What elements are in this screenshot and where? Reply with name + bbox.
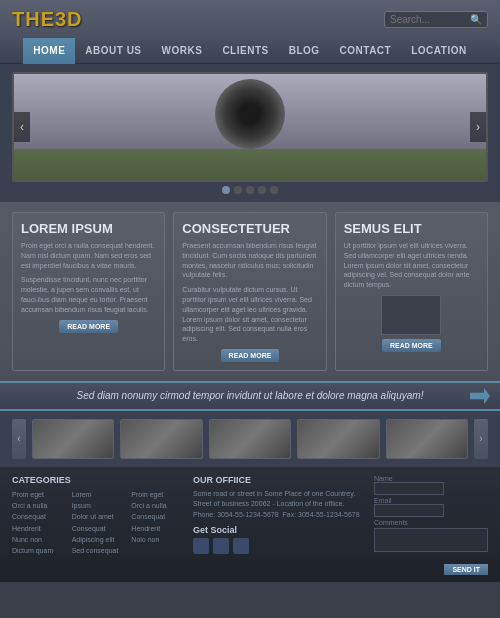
- thumb-1[interactable]: [32, 419, 114, 459]
- cat-link-3-3[interactable]: Consequat: [131, 511, 183, 522]
- card-2: CONSECTETUER Praesent accumsan bibendum …: [173, 212, 326, 371]
- cat-link-1-5[interactable]: Nunc non: [12, 534, 64, 545]
- card-1-text2: Suspendisse tincidunt, nunc nec porttito…: [21, 275, 156, 314]
- categories-col3: Proin eget Orci a nulla Consequat Hendre…: [131, 489, 183, 556]
- thumbs-next-arrow[interactable]: ›: [474, 419, 488, 459]
- categories-title: Categories: [12, 475, 183, 485]
- header: THE3D 🔍: [0, 0, 500, 38]
- nav-item-blog[interactable]: BLOG: [279, 38, 330, 64]
- dot-4[interactable]: [258, 186, 266, 194]
- cat-link-1-2[interactable]: Orci a nulla: [12, 500, 64, 511]
- dot-3[interactable]: [246, 186, 254, 194]
- social-icon-1[interactable]: [193, 538, 209, 554]
- search-input[interactable]: [390, 14, 470, 25]
- search-icon-button[interactable]: 🔍: [470, 14, 482, 25]
- categories-col2: Lorem Ipsum Dolor ut amet Consequat Adip…: [72, 489, 124, 556]
- nav-item-clients[interactable]: CLIENTS: [212, 38, 278, 64]
- footer-categories: Categories Proin eget Orci a nulla Conse…: [12, 475, 183, 576]
- card-3-title: SEMUS ELIT: [344, 221, 479, 236]
- card-2-readmore-button[interactable]: READ MORE: [221, 349, 280, 362]
- slider-section: ‹ ›: [0, 64, 500, 202]
- office-text: Some road or street in Some Place of one…: [193, 489, 364, 521]
- cat-link-3-2[interactable]: Orci a nulla: [131, 500, 183, 511]
- thumb-5[interactable]: [386, 419, 468, 459]
- card-1-text1: Proin eget orci a nulla consequat hendre…: [21, 241, 156, 270]
- slider-image: [14, 74, 486, 182]
- cat-link-1-1[interactable]: Proin eget: [12, 489, 64, 500]
- logo: THE3D: [12, 8, 83, 31]
- footer-office: Our Offiice Some road or street in Some …: [193, 475, 364, 576]
- name-label: Name: [374, 475, 419, 482]
- footer: Categories Proin eget Orci a nulla Conse…: [0, 467, 500, 582]
- categories-col1: Proin eget Orci a nulla Consequat Hendre…: [12, 489, 64, 556]
- card-1-readmore-button[interactable]: READ MORE: [59, 320, 118, 333]
- contact-comments-row: Comments: [374, 519, 488, 526]
- card-1: LOREM IPSUM Proin eget orci a nulla cons…: [12, 212, 165, 371]
- card-1-title: LOREM IPSUM: [21, 221, 156, 236]
- email-label: Email: [374, 497, 419, 504]
- cat-link-3-5[interactable]: Nolo non: [131, 534, 183, 545]
- nav-item-location[interactable]: LOCATION: [401, 38, 476, 64]
- cat-link-2-6[interactable]: Sed consequat: [72, 545, 124, 556]
- comments-textarea[interactable]: [374, 528, 488, 552]
- slider-wrapper: ‹ ›: [12, 72, 488, 182]
- thumbnails-section: ‹ ›: [0, 411, 500, 467]
- nav: HOME ABOUT US WORKS CLIENTS BLOG CONTACT…: [0, 38, 500, 64]
- social-title: Get Social: [193, 525, 364, 535]
- comments-label: Comments: [374, 519, 419, 526]
- card-2-text1: Praesent accumsan bibendum risus feugiat…: [182, 241, 317, 280]
- social-icon-3[interactable]: [233, 538, 249, 554]
- slider-dots: [12, 186, 488, 194]
- dot-5[interactable]: [270, 186, 278, 194]
- thumb-2[interactable]: [120, 419, 202, 459]
- search-box[interactable]: 🔍: [384, 11, 488, 28]
- nav-item-contact[interactable]: CONTACT: [330, 38, 402, 64]
- cat-link-2-5[interactable]: Adipiscing elit: [72, 534, 124, 545]
- quote-text: Sed diam nonumy cirmod tempor invidunt u…: [12, 389, 488, 403]
- footer-contact: Name Email Comments SEND IT: [374, 475, 488, 576]
- card-2-title: CONSECTETUER: [182, 221, 317, 236]
- cat-link-3-1[interactable]: Proin eget: [131, 489, 183, 500]
- cat-link-2-2[interactable]: Ipsum: [72, 500, 124, 511]
- thumbs-prev-arrow[interactable]: ‹: [12, 419, 26, 459]
- dot-2[interactable]: [234, 186, 242, 194]
- thumb-4[interactable]: [297, 419, 379, 459]
- nav-item-home[interactable]: HOME: [23, 38, 75, 64]
- card-2-text2: Curabitur vulputate dictum cursus. Ut po…: [182, 285, 317, 344]
- cat-link-1-6[interactable]: Dictum quam: [12, 545, 64, 556]
- logo-accent: 3D: [55, 8, 83, 30]
- dot-1[interactable]: [222, 186, 230, 194]
- social-icon-2[interactable]: [213, 538, 229, 554]
- cat-link-3-4[interactable]: Hendrerit: [131, 523, 183, 534]
- office-title: Our Offiice: [193, 475, 364, 485]
- cat-link-2-4[interactable]: Consequat: [72, 523, 124, 534]
- nav-item-works[interactable]: WORKS: [152, 38, 213, 64]
- cat-link-1-4[interactable]: Hendrerit: [12, 523, 64, 534]
- contact-name-row: Name: [374, 475, 488, 495]
- cat-link-2-1[interactable]: Lorem: [72, 489, 124, 500]
- logo-text: THE: [12, 8, 55, 30]
- social-icons: [193, 538, 364, 554]
- thumb-3[interactable]: [209, 419, 291, 459]
- send-button[interactable]: SEND IT: [444, 564, 488, 575]
- email-input[interactable]: [374, 504, 444, 517]
- content-section: LOREM IPSUM Proin eget orci a nulla cons…: [0, 202, 500, 381]
- nav-item-about[interactable]: ABOUT US: [75, 38, 151, 64]
- cat-link-1-3[interactable]: Consequat: [12, 511, 64, 522]
- card-3: SEMUS ELIT Ut porttitor ipsum vel elit u…: [335, 212, 488, 371]
- cat-link-2-3[interactable]: Dolor ut amet: [72, 511, 124, 522]
- slider-next-arrow[interactable]: ›: [470, 112, 486, 142]
- slider-prev-arrow[interactable]: ‹: [14, 112, 30, 142]
- contact-email-row: Email: [374, 497, 488, 517]
- name-input[interactable]: [374, 482, 444, 495]
- categories-links: Proin eget Orci a nulla Consequat Hendre…: [12, 489, 183, 556]
- card-3-readmore-button[interactable]: READ MORE: [382, 339, 441, 352]
- card-3-text1: Ut porttitor ipsum vel elit ultrices viv…: [344, 241, 479, 290]
- quote-section: Sed diam nonumy cirmod tempor invidunt u…: [0, 381, 500, 411]
